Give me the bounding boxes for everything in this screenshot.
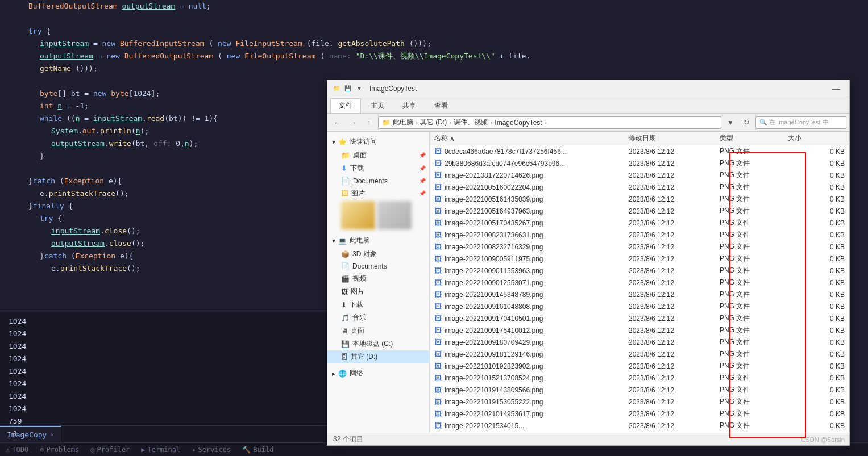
status-terminal[interactable]: ▶ Terminal — [141, 446, 180, 454]
sidebar-item-3d[interactable]: 📦 3D 对象 — [327, 248, 429, 261]
file-icon: 🖼 — [434, 409, 442, 418]
file-icon: 🖼 — [434, 254, 442, 263]
status-build[interactable]: 🔨 Build — [242, 446, 273, 454]
file-icon: 🖼 — [434, 290, 442, 299]
file-row[interactable]: 🖼 image-20221009011553963.png 2023/8/6 1… — [430, 265, 849, 277]
file-row[interactable]: 🖼 29b380686d3afcd0747e96c54793b96... 202… — [430, 157, 849, 169]
col-header-name[interactable]: 名称 ∧ — [434, 133, 629, 143]
status-problems[interactable]: ⊙ Problems — [40, 446, 79, 454]
sidebar-item-video[interactable]: 🎬 视频 — [327, 272, 429, 285]
ribbon-tab-share[interactable]: 共享 — [394, 98, 425, 113]
file-icon: 🖼 — [434, 326, 442, 334]
sidebar-item-documents[interactable]: 📄 Documents — [327, 261, 429, 272]
network-header[interactable]: ▸ 🌐 网络 — [327, 366, 429, 380]
file-row[interactable]: 🖼 image-20221005170435267.png 2023/8/6 1… — [430, 217, 849, 229]
sidebar-item-drive-c[interactable]: 💾 本地磁盘 (C:) — [327, 337, 429, 350]
music-icon: 🎵 — [341, 314, 350, 322]
col-header-size[interactable]: 大小 — [788, 133, 845, 143]
sidebar-item-download[interactable]: ⬇ 下载 — [327, 298, 429, 311]
file-row[interactable]: 🖼 image-20221019153055222.png 2023/8/6 1… — [430, 396, 849, 408]
ribbon-tab-home[interactable]: 主页 — [362, 98, 393, 113]
3d-icon: 📦 — [341, 250, 350, 258]
ribbon-tab-view[interactable]: 查看 — [426, 98, 456, 113]
quick-access-section: ▾ ⭐ 快速访问 📁 桌面 📌 ⬇ 下载 📌 📄 Documents — [327, 135, 429, 231]
breadcrumb[interactable]: 📁 此电脑 › 其它 (D:) › 课件、视频 › ImageCopyTest … — [378, 116, 721, 129]
file-size: 0 KB — [788, 207, 845, 215]
pin-icon: 📌 — [419, 190, 426, 196]
thumbnail-row — [327, 200, 429, 231]
sidebar-item-music[interactable]: 🎵 音乐 — [327, 311, 429, 324]
file-row[interactable]: 🖼 image-20221019143809566.png 2023/8/6 1… — [430, 384, 849, 396]
status-profiler[interactable]: ◎ Profiler — [90, 446, 130, 454]
sidebar-item-documents-quick[interactable]: 📄 Documents 📌 — [327, 175, 429, 187]
status-todo[interactable]: ⚠ TODO — [6, 446, 28, 454]
file-size: 0 KB — [788, 398, 845, 406]
file-row[interactable]: 🖼 image-20221005161435039.png 2023/8/6 1… — [430, 193, 849, 205]
download-icon: ⬇ — [341, 164, 347, 173]
file-date: 2023/8/6 12:12 — [629, 219, 720, 227]
refresh-button[interactable]: ↻ — [740, 116, 753, 129]
console-line: 759 — [9, 415, 321, 428]
file-row[interactable]: 🖼 image-20221009175410012.png 2023/8/6 1… — [430, 324, 849, 336]
file-row[interactable]: 🖼 image-20221008232716329.png 2023/8/6 1… — [430, 241, 849, 253]
col-header-type[interactable]: 类型 — [720, 133, 788, 143]
this-pc-header[interactable]: ▾ 💻 此电脑 — [327, 233, 429, 248]
sidebar-item-desktop[interactable]: 🖥 桌面 — [327, 324, 429, 337]
file-icon: 🖼 — [434, 159, 442, 168]
file-name: 🖼 image-20221009170410501.png — [434, 314, 629, 323]
sidebar-item-pictures[interactable]: 🖼 图片 — [327, 285, 429, 298]
search-box[interactable]: 🔍 在 ImageCopyTest 中 — [755, 116, 846, 129]
file-type: PNG 文件 — [720, 242, 788, 252]
file-row[interactable]: 🖼 image-20221009170410501.png 2023/8/6 1… — [430, 312, 849, 324]
file-date: 2023/8/6 12:12 — [629, 374, 720, 382]
file-date: 2023/8/6 12:12 — [629, 410, 720, 418]
file-row[interactable]: 🖼 image-20221015213708524.png 2023/8/6 1… — [430, 372, 849, 384]
quick-access-header[interactable]: ▾ ⭐ 快速访问 — [327, 135, 429, 149]
file-date: 2023/8/6 12:12 — [629, 148, 720, 156]
dropdown-button[interactable]: ▼ — [724, 116, 737, 129]
file-size: 0 KB — [788, 410, 845, 418]
file-name: 🖼 29b380686d3afcd0747e96c54793b96... — [434, 159, 629, 168]
file-size: 0 KB — [788, 148, 845, 156]
file-name: 🖼 image-20221015213708524.png — [434, 374, 629, 382]
file-row[interactable]: 🖼 image-20221009180709429.png 2023/8/6 1… — [430, 336, 849, 348]
file-row[interactable]: 🖼 image-20221009005911975.png 2023/8/6 1… — [430, 253, 849, 265]
col-header-date[interactable]: 修改日期 — [629, 133, 720, 143]
sidebar-item-desktop-quick[interactable]: 📁 桌面 📌 — [327, 149, 429, 162]
file-row[interactable]: 🖼 image-20221009161048808.png 2023/8/6 1… — [430, 300, 849, 312]
file-row[interactable]: 🖼 image-20221009145348789.png 2023/8/6 1… — [430, 288, 849, 300]
sidebar-item-drive-d[interactable]: 🗄 其它 (D:) — [327, 350, 429, 363]
back-button[interactable]: ← — [330, 116, 344, 129]
file-row[interactable]: 🖼 image-20221009012553071.png 2023/8/6 1… — [430, 277, 849, 288]
file-type: PNG 文件 — [720, 373, 788, 383]
file-row[interactable]: 🖼 image-20210817220714626.png 2023/8/6 1… — [430, 169, 849, 181]
file-row[interactable]: 🖼 0cdeca466a0ae78178c7f1737256f456... 20… — [430, 145, 849, 157]
file-row[interactable]: 🖼 image-20221021014953617.png 2023/8/6 1… — [430, 408, 849, 420]
sidebar-item-pictures-quick[interactable]: 🖼 图片 📌 — [327, 187, 429, 200]
file-size: 0 KB — [788, 219, 845, 227]
file-row[interactable]: 🖼 image-20221009181129146.png 2023/8/6 1… — [430, 348, 849, 360]
file-icon: 🖼 — [434, 171, 442, 179]
file-row[interactable]: 🖼 image-20221005164937963.png 2023/8/6 1… — [430, 205, 849, 217]
file-type: PNG 文件 — [720, 158, 788, 168]
file-size: 0 KB — [788, 279, 845, 287]
file-row[interactable]: 🖼 image-20221010192823902.png 2023/8/6 1… — [430, 360, 849, 372]
console-line: 1024 — [9, 315, 321, 328]
up-button[interactable]: ↑ — [362, 116, 376, 129]
ribbon-tab-file[interactable]: 文件 — [330, 98, 361, 113]
sidebar-item-download-quick[interactable]: ⬇ 下载 📌 — [327, 162, 429, 175]
file-date: 2023/8/6 12:12 — [629, 171, 720, 179]
file-name: 🖼 image-20221019153055222.png — [434, 398, 629, 406]
forward-button[interactable]: → — [346, 116, 360, 129]
file-row[interactable]: 🖼 image-20221005160022204.png 2023/8/6 1… — [430, 181, 849, 193]
file-row[interactable]: 🖼 image-20221021534015... 2023/8/6 12:12… — [430, 420, 849, 432]
status-services[interactable]: ✦ Services — [192, 446, 231, 454]
file-icon: 🖼 — [434, 219, 442, 227]
file-icon: 🖼 — [434, 183, 442, 191]
pin-icon: 📌 — [419, 152, 426, 158]
window-close-button[interactable]: — — [823, 80, 849, 97]
file-name: 🖼 image-20221005170435267.png — [434, 219, 629, 227]
file-icon: 🖼 — [434, 314, 442, 323]
titlebar-icons: 📁 💾 ▼ — [332, 84, 364, 93]
file-row[interactable]: 🖼 image-20221008231736631.png 2023/8/6 1… — [430, 229, 849, 241]
